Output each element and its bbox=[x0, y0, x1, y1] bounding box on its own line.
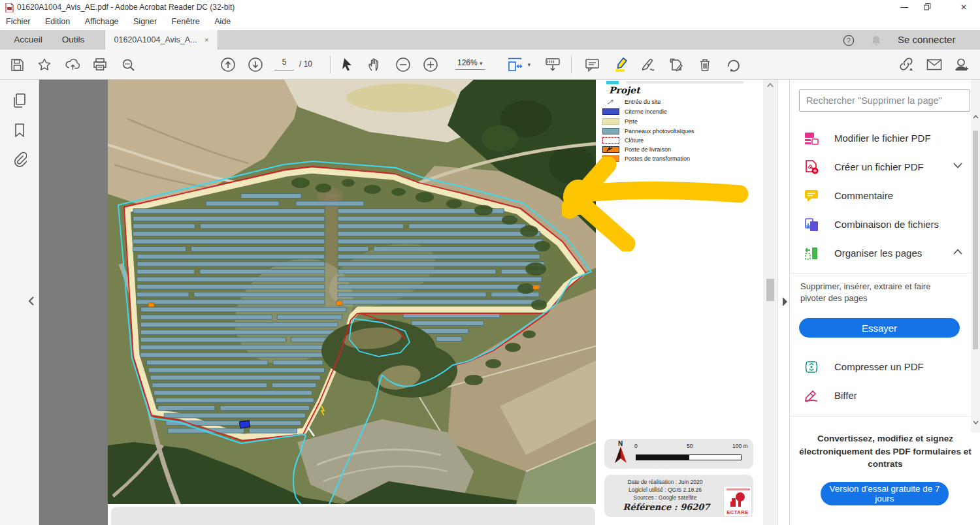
zoom-level-select[interactable]: 126% ▾ bbox=[455, 57, 485, 70]
panel-scroll-up-icon[interactable] bbox=[973, 115, 979, 119]
compress-pdf-icon bbox=[804, 360, 819, 374]
trial-button[interactable]: Version d'essai gratuite de 7 jours bbox=[821, 482, 949, 505]
scrollbar-thumb[interactable] bbox=[766, 279, 774, 301]
pdf-file-icon bbox=[5, 3, 14, 12]
tool-commentaire[interactable]: Commentaire bbox=[799, 185, 966, 206]
panel-scrollbar-thumb[interactable] bbox=[973, 131, 978, 349]
page-thumbnails-button[interactable] bbox=[9, 90, 30, 111]
tools-search-input[interactable] bbox=[799, 89, 970, 112]
delete-page-button[interactable] bbox=[694, 54, 715, 75]
save-button[interactable] bbox=[7, 54, 27, 75]
next-page-button[interactable] bbox=[245, 54, 266, 75]
collapse-left-panel-icon[interactable] bbox=[27, 296, 35, 306]
document-view: Projet Entrée du site Citerne incendie P… bbox=[39, 80, 777, 525]
highlight-tool-button[interactable] bbox=[610, 54, 631, 75]
tab-accueil[interactable]: Accueil bbox=[7, 30, 50, 50]
help-icon[interactable]: ? bbox=[843, 35, 855, 46]
close-button[interactable]: ✕ bbox=[954, 0, 973, 14]
star-favorites-button[interactable] bbox=[34, 54, 55, 75]
satellite-map bbox=[108, 80, 596, 504]
share-link-button[interactable] bbox=[896, 54, 917, 75]
rotate-page-button[interactable] bbox=[723, 54, 743, 75]
paperclip-icon bbox=[12, 151, 27, 167]
zoom-out-button[interactable] bbox=[393, 54, 414, 75]
satellite-map-image bbox=[108, 80, 596, 504]
map-info-box: Date de réalisation : Juin 2020 Logiciel… bbox=[604, 475, 753, 517]
minimize-button[interactable]: — bbox=[894, 0, 914, 14]
page-number-input[interactable]: 5 bbox=[274, 57, 294, 71]
scale-bar-white bbox=[689, 454, 742, 460]
chevron-down-icon: ▾ bbox=[480, 60, 483, 67]
rotate-icon bbox=[725, 57, 741, 72]
panel-scroll-down-icon[interactable] bbox=[973, 421, 979, 424]
notification-bell-icon[interactable] bbox=[870, 35, 882, 46]
legend-partial-text bbox=[626, 81, 743, 84]
menu-signer[interactable]: Signer bbox=[127, 14, 163, 29]
envelope-icon bbox=[926, 59, 942, 71]
chevron-down-icon bbox=[953, 163, 962, 168]
transformer-marker bbox=[533, 285, 539, 289]
combine-files-icon bbox=[804, 217, 819, 232]
chevron-up-icon bbox=[953, 249, 962, 255]
tool-compresser[interactable]: Compresser un PDF bbox=[799, 357, 966, 377]
entry-arrow-icon bbox=[602, 99, 619, 105]
bookmarks-button[interactable] bbox=[9, 120, 30, 141]
fit-width-button[interactable]: ▾ bbox=[504, 54, 525, 75]
zoom-in-button[interactable] bbox=[420, 54, 441, 75]
page-up-icon bbox=[220, 57, 236, 72]
tool-creer-pdf[interactable]: Créer un fichier PDF bbox=[799, 157, 966, 178]
menu-fichier[interactable]: Fichier bbox=[0, 14, 37, 29]
sign-in-button[interactable]: Se connecter bbox=[898, 30, 970, 50]
tool-biffer[interactable]: Biffer bbox=[799, 385, 966, 406]
tab-close-icon[interactable]: × bbox=[204, 36, 208, 44]
sign-tool-button[interactable] bbox=[638, 54, 659, 75]
menu-aide[interactable]: Aide bbox=[208, 14, 237, 29]
organize-description: Supprimer, insérer, extraire et faire pi… bbox=[800, 281, 938, 304]
chevron-down-icon: ▾ bbox=[527, 61, 531, 68]
tool-combinaison[interactable]: Combinaison de fichiers bbox=[799, 214, 966, 235]
print-icon bbox=[93, 57, 107, 72]
organize-pages-icon bbox=[804, 246, 819, 261]
info-date: Date de réalisation : Juin 2020 bbox=[610, 479, 721, 485]
menu-fenetre[interactable]: Fenêtre bbox=[166, 14, 206, 29]
print-button[interactable] bbox=[90, 54, 110, 75]
search-icon bbox=[121, 57, 136, 72]
menu-edition[interactable]: Edition bbox=[39, 14, 76, 29]
trash-icon bbox=[698, 57, 712, 72]
tab-outils[interactable]: Outils bbox=[55, 30, 91, 50]
redact-icon bbox=[804, 389, 819, 403]
expand-right-panel-icon[interactable] bbox=[781, 296, 789, 307]
restore-icon bbox=[924, 3, 931, 10]
hand-tool-button[interactable] bbox=[364, 54, 385, 75]
restore-button[interactable] bbox=[924, 0, 943, 14]
select-tool-button[interactable] bbox=[337, 54, 358, 75]
email-button[interactable] bbox=[924, 54, 945, 75]
comment-tool-button[interactable] bbox=[581, 54, 602, 75]
add-account-button[interactable] bbox=[951, 54, 972, 75]
share-upload-button[interactable] bbox=[62, 54, 83, 75]
scrolling-mode-button[interactable] bbox=[542, 54, 563, 75]
edit-pdf-icon bbox=[804, 131, 819, 146]
water-tank-marker bbox=[239, 421, 250, 428]
document-scrollbar[interactable] bbox=[763, 80, 777, 525]
panel-scrollbar[interactable] bbox=[971, 80, 980, 432]
tab-document[interactable]: 01620A1004_Avis_A... × bbox=[105, 30, 218, 50]
pages-icon bbox=[12, 93, 27, 108]
previous-page-button[interactable] bbox=[218, 54, 238, 75]
tab-document-label: 01620A1004_Avis_A... bbox=[114, 35, 197, 44]
attachments-button[interactable] bbox=[9, 149, 30, 170]
menu-affichage[interactable]: Affichage bbox=[79, 14, 125, 29]
tool-modifier-pdf[interactable]: Modifier le fichier PDF bbox=[799, 128, 966, 149]
cloture-swatch bbox=[602, 137, 619, 144]
find-button[interactable] bbox=[118, 54, 139, 75]
more-tools-button[interactable] bbox=[666, 54, 687, 75]
promo-text: Convertissez, modifiez et signez électro… bbox=[799, 432, 972, 471]
north-arrow-icon bbox=[613, 446, 628, 466]
scroll-up-icon[interactable] bbox=[767, 83, 774, 88]
tool-organiser-pages[interactable]: Organiser les pages bbox=[799, 243, 966, 264]
collapse-right-panel-strip bbox=[777, 80, 789, 525]
try-button[interactable]: Essayer bbox=[799, 318, 960, 338]
link-icon bbox=[898, 57, 915, 72]
scale-tick-100: 100 m bbox=[732, 443, 748, 449]
legend-partial-swatch bbox=[606, 81, 619, 84]
